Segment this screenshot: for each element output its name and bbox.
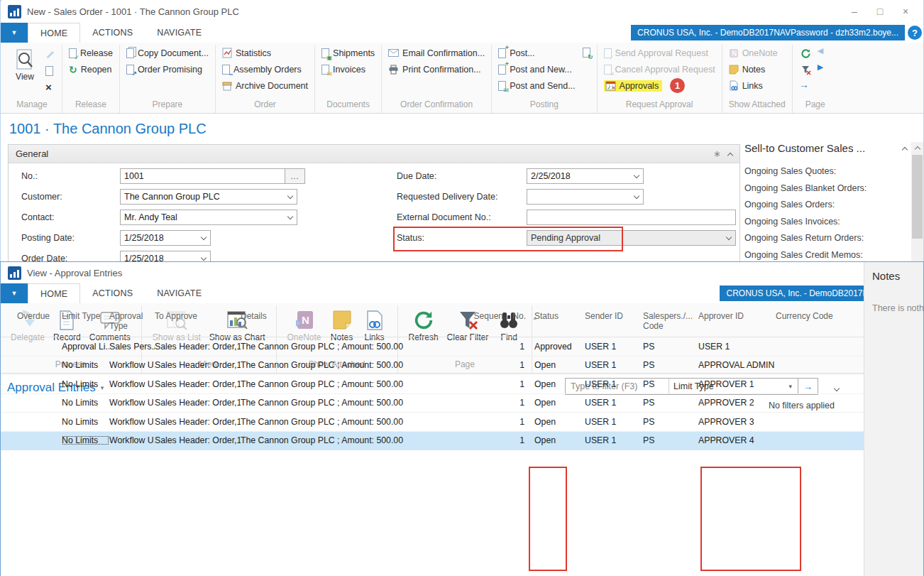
contact-field[interactable] [120, 210, 297, 225]
post-button[interactable]: + Post... [498, 46, 575, 60]
group-label-page: Page [799, 98, 832, 113]
group-label-posting: Posting [498, 98, 590, 113]
delete-icon[interactable]: × [45, 80, 55, 94]
tab-actions[interactable]: ACTIONS [80, 283, 145, 303]
no-browse-button[interactable]: ... [285, 168, 305, 184]
factbox-item[interactable]: Ongoing Sales Return Orders: [744, 230, 910, 247]
clear-filter-icon[interactable] [799, 63, 813, 77]
ribbon-group-manage: View ✱ × Manage [2, 45, 62, 113]
notes-empty-text: There is nothin [872, 303, 924, 313]
no-field[interactable] [120, 168, 285, 184]
customer-field[interactable] [120, 189, 297, 205]
post-and-send-button[interactable]: ✉ Post and Send... [498, 79, 575, 92]
tab-navigate[interactable]: NAVIGATE [145, 283, 214, 303]
external-document-no-field[interactable] [527, 210, 736, 225]
col-sequence-no[interactable]: Sequen... No.▲ [472, 311, 532, 321]
nav-app-icon [8, 5, 21, 18]
tab-home[interactable]: HOME [28, 283, 80, 303]
svg-text:✓: ✓ [607, 85, 612, 91]
scroll-up-icon[interactable] [911, 142, 923, 153]
svg-text:×: × [612, 85, 615, 91]
copy-document-button[interactable]: Copy Document... [126, 46, 209, 60]
app-menu-button[interactable]: ▼ [1, 283, 28, 303]
tab-home[interactable]: HOME [28, 23, 80, 43]
previous-icon[interactable]: ◀ [818, 46, 832, 61]
table-row[interactable]: No Limits Workflow U... Sales Header: Or… [1, 375, 864, 394]
goto-icon[interactable]: → [799, 79, 813, 94]
col-approver-id[interactable]: Approver ID [698, 311, 776, 321]
general-header[interactable]: General ∗ [9, 145, 739, 163]
requested-delivery-date-field[interactable] [527, 189, 644, 205]
posting-date-field[interactable] [120, 230, 211, 246]
table-row-selected[interactable]: No Limits Workflow U... Sales Header: Or… [1, 432, 864, 451]
post-and-send-icon: ✉ [498, 81, 506, 91]
edit-icon[interactable] [45, 48, 55, 61]
view-button[interactable]: View [9, 46, 41, 82]
tab-navigate[interactable]: NAVIGATE [145, 23, 214, 43]
col-salesperson-code[interactable]: Salespers./... Code [643, 311, 698, 331]
table-row[interactable]: No Limits Workflow U... Sales Header: Or… [1, 413, 864, 432]
group-label-show-attached: Show Attached [729, 98, 786, 113]
next-icon[interactable]: ▶ [818, 63, 832, 77]
table-row[interactable]: No Limits Workflow U... Sales Header: Or… [1, 357, 864, 376]
close-icon[interactable]: × [895, 4, 916, 19]
email-confirmation-button[interactable]: Email Confirmation... [388, 46, 485, 60]
factbox-item[interactable]: Ongoing Sales Orders: [744, 197, 910, 214]
nav-app-icon [8, 266, 21, 280]
factbox-item[interactable]: Ongoing Sales Quotes: [744, 163, 910, 180]
col-sender-id[interactable]: Sender ID [585, 311, 643, 321]
archive-document-button[interactable]: Archive Document [222, 79, 308, 92]
links-icon [729, 80, 739, 91]
focused-cell: No Limits [62, 435, 109, 445]
links-button[interactable]: Links [729, 79, 786, 92]
onenote-button[interactable]: N OneNote [729, 46, 786, 60]
assembly-orders-button[interactable]: ▪▪ Assembly Orders [222, 63, 308, 76]
table-row[interactable]: Approval Li... Sales Pers./... Sales Hea… [1, 337, 864, 357]
collapse-icon[interactable] [727, 152, 733, 158]
tab-actions[interactable]: ACTIONS [80, 23, 145, 43]
col-overdue[interactable]: Overdue [17, 311, 62, 321]
invoices-button[interactable]: ✉ Invoices [321, 63, 375, 76]
company-indicator[interactable]: CRONUS USA, Inc. - DemoDB2017NAVPassword… [631, 25, 905, 40]
reopen-button[interactable]: ↻ Reopen [69, 63, 113, 76]
post-and-new-button[interactable]: + Post and New... [498, 63, 575, 76]
col-approval-type[interactable]: Approval Type [109, 311, 155, 331]
order-promising-button[interactable]: ↗ Order Promising [126, 63, 209, 76]
factbox-collapse-icon[interactable] [902, 146, 908, 152]
post-and-print-icon[interactable]: ↻ [583, 48, 590, 58]
customize-icon[interactable]: ∗ [713, 148, 721, 159]
table-row[interactable]: No Limits Workflow U... Sales Header: Or… [1, 394, 864, 413]
maximize-icon[interactable]: □ [869, 4, 891, 19]
scrollbar-thumb[interactable] [912, 155, 923, 239]
due-date-field[interactable] [527, 168, 644, 184]
requested-delivery-date-label: Requested Delivery Date: [397, 192, 527, 202]
approvals-button[interactable]: ✓× Approvals 1 [604, 79, 715, 92]
factbox-item[interactable]: Ongoing Sales Invoices: [744, 214, 910, 231]
statistics-button[interactable]: Statistics [222, 46, 308, 60]
new-document-icon[interactable]: ✱ [45, 64, 55, 77]
help-icon[interactable]: ? [908, 26, 922, 40]
app-menu-button[interactable]: ▼ [1, 23, 28, 43]
ribbon-group-show-attached: N OneNote Notes Links Show Attached [722, 45, 793, 113]
col-status[interactable]: Status [532, 311, 585, 321]
notes-title[interactable]: Notes [872, 270, 924, 282]
factbox-title[interactable]: Sell-to Customer Sales ... [744, 142, 865, 154]
notes-button[interactable]: Notes [729, 63, 786, 76]
minimize-icon[interactable]: – [844, 4, 865, 19]
factbox-item[interactable]: Ongoing Sales Blanket Orders: [744, 180, 910, 197]
release-button[interactable]: ✓ Release [69, 46, 113, 60]
col-limit-type[interactable]: Limit Type [62, 311, 109, 321]
shipments-button[interactable]: ▣ Shipments [321, 46, 375, 60]
send-approval-request-button[interactable]: ✓ Send Approval Request [604, 46, 715, 60]
col-details[interactable]: Details [241, 311, 472, 321]
vertical-scrollbar[interactable] [911, 142, 923, 263]
print-confirmation-button[interactable]: Print Confirmation... [388, 63, 485, 76]
col-to-approve[interactable]: To Approve [155, 311, 241, 321]
general-fasttab: General ∗ No.: ... Customer: Contact: [8, 144, 740, 263]
refresh-icon[interactable] [799, 46, 813, 61]
sales-order-window: New - Sales Order - 1001 · The Cannon Gr… [0, 0, 924, 263]
archive-document-icon [222, 81, 232, 91]
col-currency-code[interactable]: Currency Code [776, 311, 861, 321]
email-icon [388, 49, 399, 57]
cancel-approval-request-button[interactable]: × Cancel Approval Request [604, 63, 715, 76]
